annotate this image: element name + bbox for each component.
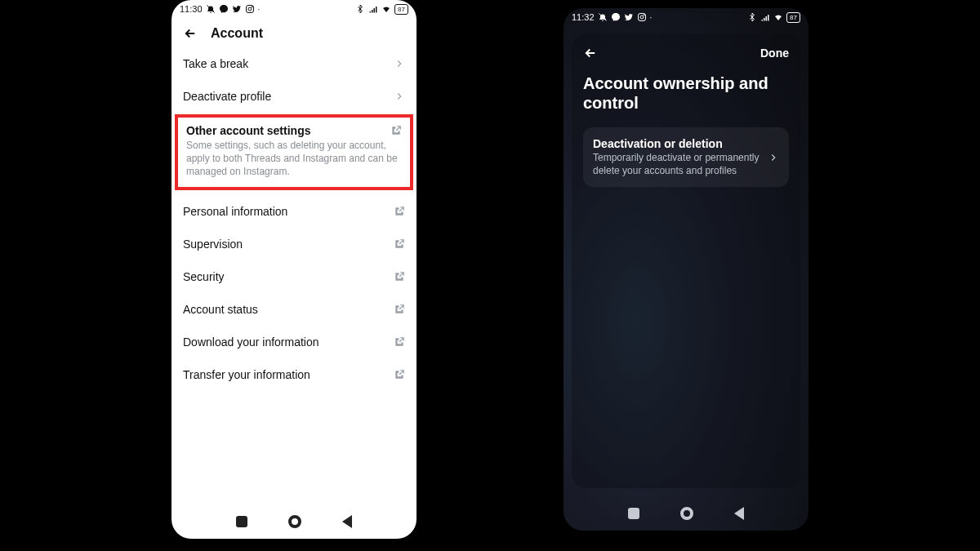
row-label: Deactivate profile	[183, 90, 394, 103]
messenger-icon	[219, 4, 229, 14]
phone-screenshot-left: 11:30 ·	[172, 0, 416, 539]
svg-point-2	[248, 7, 252, 11]
nav-home-icon[interactable]	[680, 507, 693, 520]
external-link-icon	[394, 369, 405, 380]
back-arrow-icon[interactable]	[183, 26, 198, 41]
external-link-icon	[394, 304, 405, 315]
battery-icon: 87	[786, 12, 800, 23]
external-link-icon	[394, 206, 405, 217]
nav-recent-icon[interactable]	[236, 516, 247, 527]
instagram-icon	[637, 12, 647, 22]
bluetooth-icon	[747, 12, 757, 22]
svg-point-3	[252, 7, 252, 7]
status-bar: 11:32 ·	[564, 8, 808, 26]
status-more-dot: ·	[650, 13, 653, 22]
twitter-icon	[624, 12, 634, 22]
external-link-icon	[390, 125, 402, 136]
row-label: Supervision	[183, 238, 394, 251]
messenger-icon	[611, 12, 621, 22]
row-label: Security	[183, 270, 394, 283]
phone-screenshot-right: 11:32 ·	[564, 8, 808, 531]
android-nav-bar	[172, 504, 416, 539]
status-time: 11:32	[572, 12, 595, 22]
chevron-right-icon	[768, 152, 779, 163]
section-description: Some settings, such as deleting your acc…	[186, 139, 402, 179]
row-security[interactable]: Security	[172, 260, 416, 293]
section-title: Other account settings	[186, 124, 310, 137]
external-link-icon	[394, 336, 405, 348]
chevron-right-icon	[394, 91, 405, 102]
row-deactivate-profile[interactable]: Deactivate profile	[172, 80, 416, 113]
instagram-icon	[245, 4, 255, 14]
row-take-a-break[interactable]: Take a break	[172, 47, 416, 80]
row-supervision[interactable]: Supervision	[172, 228, 416, 260]
other-account-settings-section[interactable]: Other account settings Some settings, su…	[175, 114, 413, 190]
done-button[interactable]: Done	[760, 47, 789, 60]
nav-home-icon[interactable]	[288, 515, 301, 528]
svg-point-7	[644, 15, 644, 16]
row-account-status[interactable]: Account status	[172, 293, 416, 326]
row-label: Personal information	[183, 205, 394, 218]
status-more-dot: ·	[258, 5, 261, 14]
nav-back-icon[interactable]	[342, 515, 352, 528]
row-transfer-your-information[interactable]: Transfer your information	[172, 358, 416, 391]
back-arrow-icon[interactable]	[583, 46, 598, 60]
row-label: Take a break	[183, 57, 394, 70]
nav-back-icon[interactable]	[734, 507, 744, 520]
external-link-icon	[394, 271, 405, 282]
battery-icon: 87	[394, 4, 408, 15]
nav-recent-icon[interactable]	[628, 508, 639, 519]
page-title: Account	[211, 26, 263, 41]
bell-off-icon	[206, 4, 216, 14]
signal-icon	[368, 4, 378, 14]
wifi-icon	[381, 4, 391, 14]
svg-point-6	[640, 16, 644, 19]
card-title: Deactivation or deletion	[593, 137, 760, 150]
chevron-right-icon	[394, 58, 405, 69]
page-header: Account	[172, 18, 416, 47]
android-nav-bar	[564, 496, 808, 531]
external-link-icon	[394, 238, 405, 250]
status-bar: 11:30 ·	[172, 0, 416, 18]
ownership-sheet: Done Account ownership and control Deact…	[572, 34, 800, 488]
twitter-icon	[232, 4, 242, 14]
bluetooth-icon	[355, 4, 365, 14]
deactivation-or-deletion-row[interactable]: Deactivation or deletion Temporarily dea…	[583, 127, 789, 187]
card-description: Temporarily deactivate or permanently de…	[593, 152, 760, 177]
row-label: Download your information	[183, 335, 394, 349]
status-time: 11:30	[180, 4, 203, 14]
row-personal-information[interactable]: Personal information	[172, 195, 416, 228]
page-title: Account ownership and control	[583, 73, 789, 113]
row-label: Transfer your information	[183, 368, 394, 381]
wifi-icon	[773, 12, 783, 22]
row-label: Account status	[183, 303, 394, 316]
signal-icon	[760, 12, 770, 22]
bell-off-icon	[598, 12, 608, 22]
row-download-your-information[interactable]: Download your information	[172, 326, 416, 358]
